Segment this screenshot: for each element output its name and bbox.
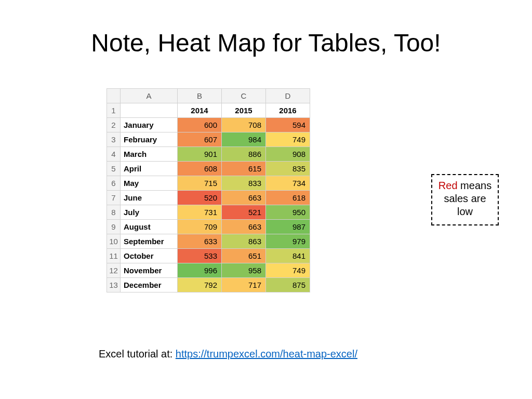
value-cell: 607 <box>178 132 222 147</box>
month-cell: May <box>121 176 178 191</box>
row-number: 1 <box>107 103 121 118</box>
value-cell: 663 <box>222 220 266 234</box>
legend-annotation: Red means sales are low <box>431 174 499 225</box>
value-cell: 651 <box>222 249 266 263</box>
table-row: 7June520663618 <box>107 191 310 205</box>
credit-prefix: Excel tutorial at: <box>99 348 176 360</box>
credit-link[interactable]: https://trumpexcel.com/heat-map-excel/ <box>176 348 357 360</box>
table-row: 2January600708594 <box>107 118 310 132</box>
value-cell: 908 <box>266 147 310 162</box>
cell <box>121 103 178 118</box>
table-row: 12November996958749 <box>107 263 310 278</box>
value-cell: 749 <box>266 132 310 147</box>
value-cell: 618 <box>266 191 310 205</box>
value-cell: 841 <box>266 249 310 263</box>
row-number: 12 <box>107 263 121 278</box>
row-number: 11 <box>107 249 121 263</box>
col-letter: C <box>222 89 266 103</box>
table-row: 11October533651841 <box>107 249 310 263</box>
value-cell: 731 <box>178 205 222 220</box>
value-cell: 749 <box>266 263 310 278</box>
value-cell: 950 <box>266 205 310 220</box>
value-cell: 600 <box>178 118 222 132</box>
col-letter: A <box>121 89 178 103</box>
month-cell: December <box>121 278 178 292</box>
month-cell: November <box>121 263 178 278</box>
row-number: 4 <box>107 147 121 162</box>
row-number: 10 <box>107 234 121 249</box>
row-number: 6 <box>107 176 121 191</box>
slide-title: Note, Heat Map for Tables, Too! <box>0 29 532 57</box>
value-cell: 886 <box>222 147 266 162</box>
table-row: 5April608615835 <box>107 162 310 176</box>
month-cell: August <box>121 220 178 234</box>
row-number: 3 <box>107 132 121 147</box>
value-cell: 734 <box>266 176 310 191</box>
month-cell: July <box>121 205 178 220</box>
select-all-corner <box>107 89 121 103</box>
value-cell: 615 <box>222 162 266 176</box>
month-cell: February <box>121 132 178 147</box>
month-cell: June <box>121 191 178 205</box>
month-cell: January <box>121 118 178 132</box>
year-header: 2014 <box>178 103 222 118</box>
heatmap-table: A B C D 12014201520162January6007085943F… <box>107 88 310 292</box>
year-header: 2016 <box>266 103 310 118</box>
value-cell: 717 <box>222 278 266 292</box>
value-cell: 533 <box>178 249 222 263</box>
table-row: 8July731521950 <box>107 205 310 220</box>
month-cell: April <box>121 162 178 176</box>
column-letter-row: A B C D <box>107 89 310 103</box>
value-cell: 709 <box>178 220 222 234</box>
row-number: 2 <box>107 118 121 132</box>
value-cell: 987 <box>266 220 310 234</box>
value-cell: 833 <box>222 176 266 191</box>
col-letter: B <box>178 89 222 103</box>
month-cell: March <box>121 147 178 162</box>
legend-red-word: Red <box>438 180 458 191</box>
table-row: 10September633863979 <box>107 234 310 249</box>
col-letter: D <box>266 89 310 103</box>
month-cell: September <box>121 234 178 249</box>
table-row: 4March901886908 <box>107 147 310 162</box>
value-cell: 594 <box>266 118 310 132</box>
value-cell: 633 <box>178 234 222 249</box>
value-cell: 958 <box>222 263 266 278</box>
value-cell: 520 <box>178 191 222 205</box>
table-row: 1201420152016 <box>107 103 310 118</box>
value-cell: 984 <box>222 132 266 147</box>
row-number: 9 <box>107 220 121 234</box>
row-number: 7 <box>107 191 121 205</box>
value-cell: 996 <box>178 263 222 278</box>
row-number: 5 <box>107 162 121 176</box>
value-cell: 521 <box>222 205 266 220</box>
value-cell: 663 <box>222 191 266 205</box>
row-number: 13 <box>107 278 121 292</box>
value-cell: 608 <box>178 162 222 176</box>
month-cell: October <box>121 249 178 263</box>
table-row: 3February607984749 <box>107 132 310 147</box>
row-number: 8 <box>107 205 121 220</box>
value-cell: 715 <box>178 176 222 191</box>
credit-line: Excel tutorial at: https://trumpexcel.co… <box>99 348 357 360</box>
value-cell: 863 <box>222 234 266 249</box>
table-row: 6May715833734 <box>107 176 310 191</box>
value-cell: 708 <box>222 118 266 132</box>
table-row: 9August709663987 <box>107 220 310 234</box>
value-cell: 875 <box>266 278 310 292</box>
year-header: 2015 <box>222 103 266 118</box>
value-cell: 979 <box>266 234 310 249</box>
value-cell: 792 <box>178 278 222 292</box>
value-cell: 901 <box>178 147 222 162</box>
value-cell: 835 <box>266 162 310 176</box>
table-row: 13December792717875 <box>107 278 310 292</box>
